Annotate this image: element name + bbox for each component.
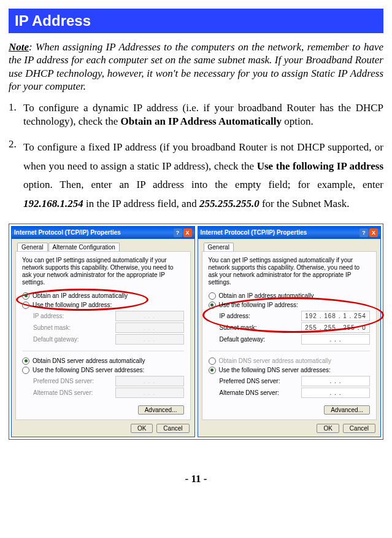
- dialog-title: Internet Protocol (TCP/IP) Properties: [14, 229, 121, 236]
- gateway-input: . . .: [115, 334, 184, 345]
- radio-use-ip[interactable]: Use the following IP address:: [209, 302, 371, 309]
- label-adns: Alternate DNS server:: [220, 389, 302, 396]
- pdns-input[interactable]: . . .: [301, 376, 370, 386]
- label-adns: Alternate DNS server:: [33, 389, 115, 396]
- tab-alternate[interactable]: Alternate Configuration: [48, 243, 120, 251]
- tab-general[interactable]: General: [17, 243, 48, 251]
- advanced-button[interactable]: Advanced...: [324, 405, 370, 415]
- radio-obtain-ip[interactable]: Obtain an IP address automatically: [209, 292, 371, 300]
- label-gateway: Default gateway:: [33, 336, 115, 343]
- label-mask: Subnet mask:: [33, 324, 115, 331]
- tcpip-dialog-auto: Internet Protocol (TCP/IP) Properties ? …: [11, 226, 195, 437]
- ip-input[interactable]: 192 . 168 . 1 . 254: [301, 311, 370, 321]
- mask-input[interactable]: 255 . 255 . 255 . 0: [301, 322, 370, 333]
- label-pdns: Preferred DNS server:: [33, 378, 115, 384]
- label-ip: IP address:: [220, 313, 302, 319]
- dialog-description: You can get IP settings assigned automat…: [209, 257, 371, 286]
- cancel-button[interactable]: Cancel: [156, 424, 189, 433]
- gateway-input[interactable]: . . .: [301, 334, 370, 345]
- help-icon[interactable]: ?: [359, 228, 368, 237]
- label-pdns: Preferred DNS server:: [220, 378, 302, 384]
- ok-button[interactable]: OK: [317, 424, 339, 433]
- adns-input[interactable]: . . .: [301, 388, 370, 398]
- section-header: IP Address: [9, 9, 383, 33]
- tab-general[interactable]: General: [204, 243, 234, 251]
- radio-use-dns[interactable]: Use the following DNS server addresses:: [22, 367, 184, 374]
- help-icon[interactable]: ?: [174, 228, 182, 237]
- mask-input: . . .: [115, 322, 184, 333]
- radio-obtain-dns[interactable]: Obtain DNS server address automatically: [22, 357, 184, 365]
- close-icon[interactable]: X: [183, 228, 192, 237]
- titlebar: Internet Protocol (TCP/IP) Properties ? …: [198, 227, 381, 239]
- radio-use-ip[interactable]: Use the following IP address:: [22, 302, 184, 309]
- list-item: 2. To configure a fixed IP address (if y…: [9, 138, 383, 213]
- list-text: To configure a dynamic IP address (i.e. …: [23, 101, 383, 128]
- ip-input: . . .: [115, 311, 184, 321]
- close-icon[interactable]: X: [369, 228, 378, 237]
- screenshot-row: Internet Protocol (TCP/IP) Properties ? …: [9, 224, 383, 440]
- dialog-title: Internet Protocol (TCP/IP) Properties: [201, 229, 307, 236]
- titlebar: Internet Protocol (TCP/IP) Properties ? …: [12, 227, 194, 239]
- radio-use-dns[interactable]: Use the following DNS server addresses:: [209, 367, 371, 374]
- pdns-input: . . .: [115, 376, 184, 386]
- list-number: 2.: [9, 138, 23, 213]
- label-gateway: Default gateway:: [220, 336, 302, 343]
- list-text: To configure a fixed IP address (if you …: [23, 138, 383, 213]
- list-number: 1.: [9, 101, 23, 128]
- advanced-button[interactable]: Advanced...: [138, 405, 184, 415]
- radio-obtain-ip[interactable]: Obtain an IP address automatically: [22, 292, 184, 300]
- ok-button[interactable]: OK: [131, 424, 153, 433]
- radio-obtain-dns: Obtain DNS server address automatically: [209, 357, 371, 365]
- dialog-description: You can get IP settings assigned automat…: [22, 257, 184, 286]
- adns-input: . . .: [115, 388, 184, 398]
- note-paragraph: Note: When assigning IP Addresses to the…: [9, 41, 383, 93]
- label-mask: Subnet mask:: [220, 324, 302, 331]
- tcpip-dialog-static: Internet Protocol (TCP/IP) Properties ? …: [198, 226, 382, 437]
- label-ip: IP address:: [33, 313, 115, 319]
- cancel-button[interactable]: Cancel: [343, 424, 375, 433]
- list-item: 1. To configure a dynamic IP address (i.…: [9, 101, 383, 128]
- page-number: - 11 -: [9, 457, 383, 496]
- note-label: Note: [9, 41, 29, 53]
- note-text: : When assigning IP Addresses to the com…: [9, 41, 383, 92]
